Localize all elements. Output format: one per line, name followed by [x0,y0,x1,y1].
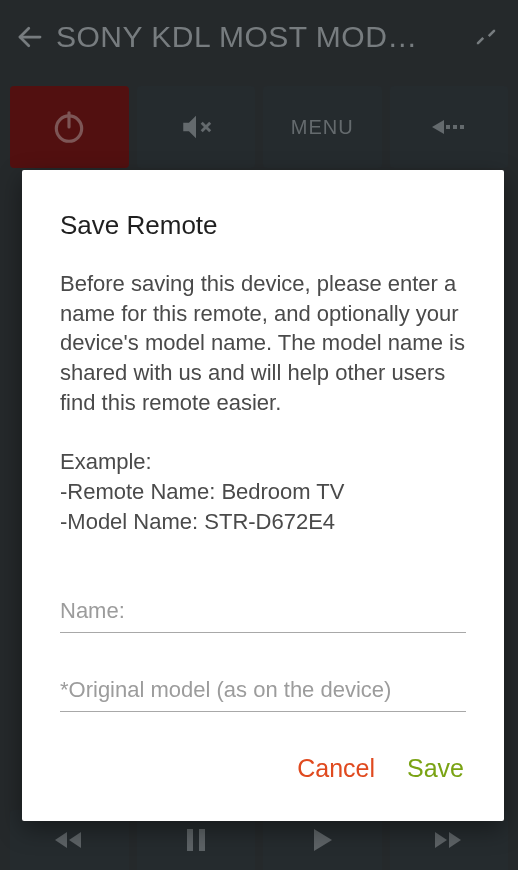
dialog-title: Save Remote [60,210,466,241]
model-field-wrapper [60,671,466,712]
save-remote-dialog: Save Remote Before saving this device, p… [22,170,504,821]
dialog-body: Before saving this device, please enter … [60,269,466,536]
dialog-actions: Cancel Save [60,750,466,787]
remote-name-input[interactable] [60,592,466,633]
model-name-input[interactable] [60,671,466,712]
name-field-wrapper [60,592,466,633]
cancel-button[interactable]: Cancel [295,750,377,787]
save-button[interactable]: Save [405,750,466,787]
